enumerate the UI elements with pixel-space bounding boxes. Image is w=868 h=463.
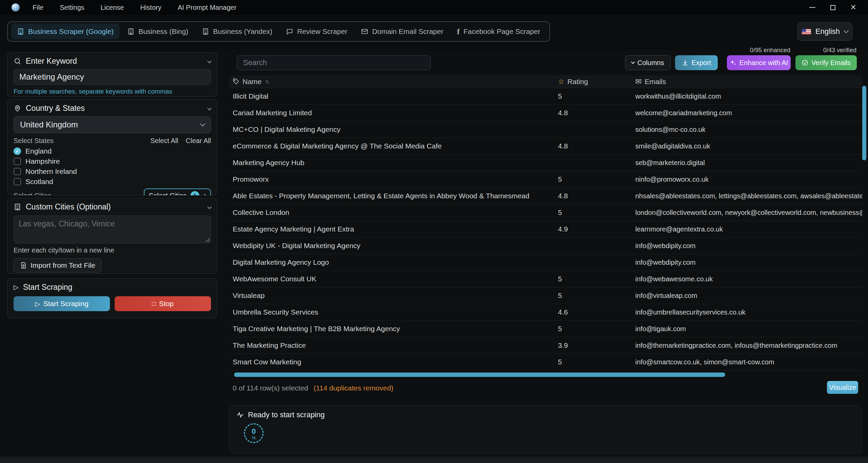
column-header-emails[interactable]: ✉ Emails <box>635 77 862 86</box>
envelope-icon: ✉ <box>635 77 641 86</box>
table-row[interactable]: Collective London 5 london@collectivewor… <box>229 204 862 221</box>
status-message: Ready to start scraping <box>248 410 325 419</box>
menu-ai-prompt-manager[interactable]: AI Prompt Manager <box>178 4 236 12</box>
search-icon <box>14 57 21 65</box>
play-icon: ▷ <box>35 301 40 307</box>
cell-rating: 5 <box>558 291 635 300</box>
state-checkbox-hampshire[interactable]: Hampshire <box>14 157 211 165</box>
app-logo-globe-icon <box>12 3 20 12</box>
state-checkbox-england[interactable]: ✓ England <box>14 147 211 155</box>
verify-emails-button[interactable]: Verify Emails <box>795 55 857 70</box>
activity-pulse-icon <box>236 411 244 419</box>
tab-facebook-page-scraper[interactable]: f Facebook Page Scraper <box>451 24 546 39</box>
cell-name: Marketing Agency Hub <box>229 159 558 167</box>
menu-settings[interactable]: Settings <box>60 4 84 12</box>
table-row[interactable]: Tiga Creative Marketing | The B2B Market… <box>229 321 862 337</box>
keyword-card-header[interactable]: Enter Keyword <box>14 57 211 66</box>
location-pin-icon <box>14 104 21 112</box>
clear-all-link[interactable]: Clear All <box>186 137 211 145</box>
cell-emails: seb@marketerio.digital <box>635 159 862 167</box>
table-row[interactable]: Webdipity UK - Digital Marketing Agency … <box>229 238 862 254</box>
table-row[interactable]: Umbrella Security Services 4.6 info@umbr… <box>229 304 862 321</box>
tab-business-bing[interactable]: Business (Bing) <box>121 24 194 39</box>
menu-license[interactable]: License <box>101 4 124 12</box>
custom-cities-header[interactable]: Custom Cities (Optional) <box>14 202 211 212</box>
tab-business-scraper-google[interactable]: Business Scraper (Google) <box>11 24 119 39</box>
cell-emails: workwithus@illicitdigital.com <box>635 93 862 100</box>
tab-review-scraper[interactable]: Review Scraper <box>280 24 353 39</box>
cell-name: Smart Cow Marketing <box>229 358 558 366</box>
enhance-with-ai-button[interactable]: Enhance with AI <box>727 55 791 70</box>
duplicates-removed: (114 duplicates removed) <box>313 384 393 392</box>
download-icon <box>682 59 689 66</box>
state-checkbox-northern-ireland[interactable]: Northern Ireland <box>14 167 211 175</box>
states-links: Select All Clear All <box>150 137 211 145</box>
tab-business-yandex[interactable]: Business (Yandex) <box>196 24 278 39</box>
column-header-name[interactable]: Name ↑↓ <box>229 78 558 86</box>
menu-history[interactable]: History <box>140 4 161 12</box>
select-cities-button[interactable]: Select Cities 1 <box>144 188 211 196</box>
menu-file[interactable]: File <box>33 4 43 12</box>
column-header-rating[interactable]: ☆ Rating <box>558 78 635 86</box>
language-selector[interactable]: English <box>797 22 852 41</box>
scrape-buttons: ▷ Start Scraping □ Stop <box>14 296 211 311</box>
sparkles-icon <box>730 59 736 66</box>
selection-info: 0 of 114 row(s) selected (114 duplicates… <box>233 384 393 392</box>
table-row[interactable]: Estate Agency Marketing | Agent Extra 4.… <box>229 221 862 238</box>
custom-cities-hint: Enter each city/town in a new line <box>14 246 211 254</box>
table-row[interactable]: Smart Cow Marketing 5 info@smartcow.co.u… <box>229 354 862 370</box>
table-row[interactable]: Able Estates - Property Management, Lett… <box>229 188 862 204</box>
location-card: Country & States United Kingdom Select S… <box>7 99 217 196</box>
location-card-header[interactable]: Country & States <box>14 104 211 113</box>
cell-emails: london@collectiveworld.com, newyork@coll… <box>635 209 862 217</box>
status-card: Ready to start scraping 0 % <box>229 405 862 454</box>
export-button[interactable]: Export <box>675 55 718 70</box>
language-label: English <box>815 27 840 36</box>
country-select[interactable]: United Kingdom <box>14 116 211 133</box>
tab-label: Facebook Page Scraper <box>463 27 540 36</box>
cell-rating: 5 <box>558 325 635 333</box>
import-text-file-button[interactable]: Import from Text File <box>14 258 102 273</box>
cell-emails: ninfo@promoworx.co.uk <box>635 176 862 183</box>
table-row[interactable]: Illicit Digital 5 workwithus@illicitdigi… <box>229 88 862 105</box>
close-icon[interactable]: ✕ <box>850 4 856 11</box>
table-row[interactable]: Digital Marketing Agency Logo info@webdi… <box>229 254 862 271</box>
rating-header-label: Rating <box>567 78 588 86</box>
start-scraping-button[interactable]: ▷ Start Scraping <box>14 296 110 311</box>
vertical-scrollbar[interactable] <box>862 86 866 160</box>
tab-domain-email-scraper[interactable]: Domain Email Scraper <box>355 24 449 39</box>
enhance-button-label: Enhance with AI <box>739 59 788 67</box>
keyword-card: Enter Keyword For multiple searches, sep… <box>7 52 217 97</box>
cell-emails: info@umbrellasecurityservices.co.uk <box>635 308 862 316</box>
start-button-label: Start Scraping <box>43 300 89 308</box>
table-row[interactable]: WebAwesome Consult UK 5 info@webawesome.… <box>229 271 862 287</box>
select-states-label: Select States <box>14 137 54 145</box>
table-row[interactable]: Cariad Marketing Limited 4.8 welcome@car… <box>229 105 862 121</box>
minimize-icon[interactable] <box>809 7 815 8</box>
select-all-link[interactable]: Select All <box>150 137 178 145</box>
building-icon <box>17 28 24 35</box>
table-row[interactable]: Marketing Agency Hub seb@marketerio.digi… <box>229 155 862 171</box>
table-body: Illicit Digital 5 workwithus@illicitdigi… <box>229 88 862 370</box>
search-input[interactable] <box>237 55 431 70</box>
document-icon <box>20 262 27 269</box>
stop-button[interactable]: □ Stop <box>115 296 211 311</box>
horizontal-scrollbar[interactable] <box>234 373 725 377</box>
table-row[interactable]: MC+CO | Digital Maketing Agency solution… <box>229 121 862 138</box>
columns-button[interactable]: Columns <box>625 55 671 70</box>
table-row[interactable]: The Marketing Practice 3.9 info@themarke… <box>229 337 862 354</box>
table-row[interactable]: Virtualeap 5 info@virtualeap.com <box>229 287 862 304</box>
sort-arrows-icon: ↑↓ <box>265 79 268 85</box>
visualize-button[interactable]: Visualize <box>827 381 858 394</box>
us-flag-icon <box>802 29 811 35</box>
custom-cities-textarea[interactable] <box>19 219 206 240</box>
keyword-input[interactable] <box>14 69 211 85</box>
chevron-down-icon <box>207 59 212 63</box>
check-circle-icon <box>802 59 808 66</box>
table-row[interactable]: Promoworx 5 ninfo@promoworx.co.uk <box>229 171 862 188</box>
state-checkbox-scotland[interactable]: Scotland <box>14 178 211 185</box>
tab-strip: Business Scraper (Google) Business (Bing… <box>0 15 868 50</box>
table-row[interactable]: eCommerce & Digital Marketing Agency @ T… <box>229 138 862 155</box>
cell-rating: 4.8 <box>558 192 635 200</box>
maximize-icon[interactable] <box>830 5 835 10</box>
